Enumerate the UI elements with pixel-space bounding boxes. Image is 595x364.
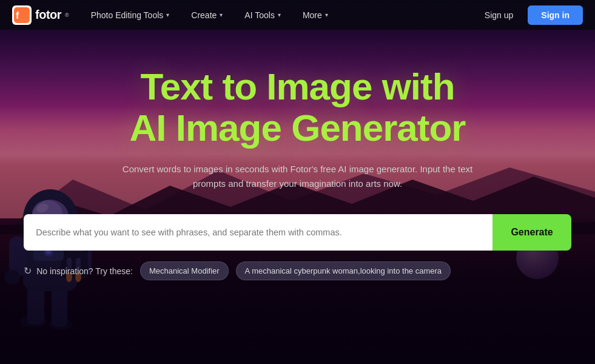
nav-item-create[interactable]: Create ▾ (180, 0, 234, 30)
navbar: f fotor® Photo Editing Tools ▾ Create ▾ … (0, 0, 595, 30)
nav-auth: Sign up Sign in (477, 5, 583, 25)
chevron-down-icon: ▾ (278, 12, 281, 18)
hero-subtitle: Convert words to images in seconds with … (110, 162, 486, 191)
signup-button[interactable]: Sign up (477, 7, 520, 24)
svg-text:f: f (16, 10, 19, 21)
fotor-logo-icon: f (12, 5, 32, 25)
inspiration-label: ↻ No inspiration? Try these: (24, 265, 133, 277)
search-section: Generate (24, 214, 571, 251)
prompt-input[interactable] (24, 214, 492, 251)
nav-item-ai-tools[interactable]: AI Tools ▾ (234, 0, 292, 30)
chevron-down-icon: ▾ (325, 12, 328, 18)
generate-button[interactable]: Generate (492, 214, 571, 251)
refresh-icon: ↻ (24, 265, 32, 277)
logo-sup: ® (65, 12, 69, 18)
nav-item-more[interactable]: More ▾ (292, 0, 339, 30)
chevron-down-icon: ▾ (220, 12, 223, 18)
signin-button[interactable]: Sign in (528, 5, 583, 25)
nav-items: Photo Editing Tools ▾ Create ▾ AI Tools … (80, 0, 477, 30)
tag-pill-mechanical-modifier[interactable]: Mechanical Modifier (140, 261, 229, 280)
search-input-wrap (24, 214, 492, 251)
hero-title: Text to Image with AI Image Generator (130, 66, 466, 149)
logo[interactable]: f fotor® (12, 5, 69, 25)
tag-pill-cyberpunk-woman[interactable]: A mechanical cyberpunk woman,looking int… (236, 261, 451, 280)
main-content: Text to Image with AI Image Generator Co… (0, 30, 595, 364)
logo-text: fotor (35, 8, 61, 22)
chevron-down-icon: ▾ (166, 12, 169, 18)
nav-item-photo-editing[interactable]: Photo Editing Tools ▾ (80, 0, 181, 30)
inspiration-row: ↻ No inspiration? Try these: Mechanical … (24, 261, 571, 280)
